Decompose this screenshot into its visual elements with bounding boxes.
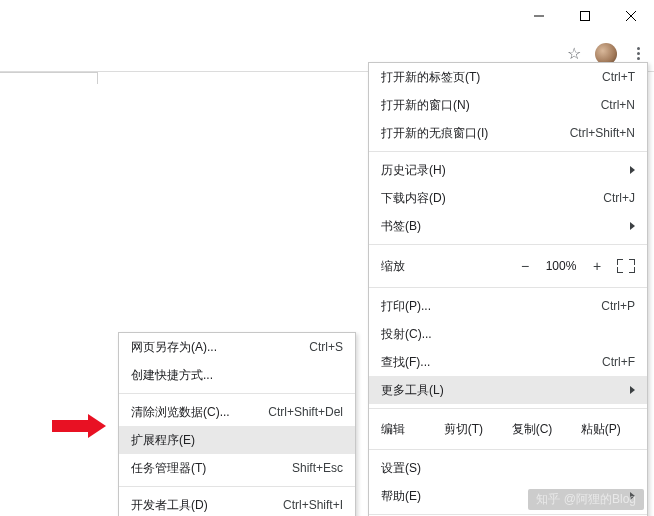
menu-label: 清除浏览数据(C)... (131, 404, 268, 421)
menu-separator (369, 287, 647, 288)
submenu-dev-tools[interactable]: 开发者工具(D) Ctrl+Shift+I (119, 491, 355, 516)
menu-new-window[interactable]: 打开新的窗口(N) Ctrl+N (369, 91, 647, 119)
menu-label: 开发者工具(D) (131, 497, 283, 514)
menu-label: 下载内容(D) (381, 190, 603, 207)
menu-shortcut: Ctrl+F (602, 355, 635, 369)
menu-edit-row: 编辑 剪切(T) 复制(C) 粘贴(P) (369, 413, 647, 445)
menu-shortcut: Ctrl+N (601, 98, 635, 112)
menu-bookmarks[interactable]: 书签(B) (369, 212, 647, 240)
close-button[interactable] (608, 0, 654, 32)
menu-settings[interactable]: 设置(S) (369, 454, 647, 482)
menu-history[interactable]: 历史记录(H) (369, 156, 647, 184)
submenu-arrow-icon (630, 386, 635, 394)
menu-more-tools[interactable]: 更多工具(L) (369, 376, 647, 404)
menu-separator (119, 393, 355, 394)
menu-cast[interactable]: 投射(C)... (369, 320, 647, 348)
zoom-out-button[interactable]: − (511, 258, 539, 274)
menu-separator (369, 408, 647, 409)
menu-label: 任务管理器(T) (131, 460, 292, 477)
annotation-arrow-icon (52, 414, 112, 438)
menu-separator (119, 486, 355, 487)
menu-separator (369, 244, 647, 245)
submenu-arrow-icon (630, 222, 635, 230)
menu-new-tab[interactable]: 打开新的标签页(T) Ctrl+T (369, 63, 647, 91)
menu-new-incognito[interactable]: 打开新的无痕窗口(I) Ctrl+Shift+N (369, 119, 647, 147)
svg-rect-1 (581, 12, 590, 21)
bookmark-star-icon[interactable]: ☆ (567, 44, 581, 63)
menu-label: 历史记录(H) (381, 162, 624, 179)
submenu-clear-data[interactable]: 清除浏览数据(C)... Ctrl+Shift+Del (119, 398, 355, 426)
menu-separator (369, 449, 647, 450)
zoom-in-button[interactable]: + (583, 258, 611, 274)
menu-separator (369, 514, 647, 515)
menu-label: 网页另存为(A)... (131, 339, 309, 356)
fullscreen-icon[interactable] (617, 259, 635, 273)
menu-zoom: 缩放 − 100% + (369, 249, 647, 283)
menu-shortcut: Ctrl+T (602, 70, 635, 84)
menu-shortcut: Ctrl+J (603, 191, 635, 205)
menu-downloads[interactable]: 下载内容(D) Ctrl+J (369, 184, 647, 212)
menu-label: 查找(F)... (381, 354, 602, 371)
menu-label: 创建快捷方式... (131, 367, 343, 384)
menu-label: 打开新的无痕窗口(I) (381, 125, 570, 142)
edit-paste[interactable]: 粘贴(P) (566, 421, 635, 438)
menu-label: 打印(P)... (381, 298, 601, 315)
menu-label: 打开新的窗口(N) (381, 97, 601, 114)
menu-shortcut: Ctrl+P (601, 299, 635, 313)
watermark-text: 知乎 @阿狸的Blog (528, 489, 644, 510)
window-controls (516, 0, 654, 32)
menu-shortcut: Ctrl+Shift+Del (268, 405, 343, 419)
edit-label: 编辑 (381, 421, 429, 438)
maximize-button[interactable] (562, 0, 608, 32)
menu-label: 扩展程序(E) (131, 432, 343, 449)
menu-find[interactable]: 查找(F)... Ctrl+F (369, 348, 647, 376)
edit-cut[interactable]: 剪切(T) (429, 421, 498, 438)
submenu-extensions[interactable]: 扩展程序(E) (119, 426, 355, 454)
menu-print[interactable]: 打印(P)... Ctrl+P (369, 292, 647, 320)
submenu-create-shortcut[interactable]: 创建快捷方式... (119, 361, 355, 389)
submenu-arrow-icon (630, 166, 635, 174)
menu-label: 书签(B) (381, 218, 624, 235)
content-edge (0, 72, 98, 84)
menu-label: 更多工具(L) (381, 382, 624, 399)
submenu-task-manager[interactable]: 任务管理器(T) Shift+Esc (119, 454, 355, 482)
menu-separator (369, 151, 647, 152)
edit-copy[interactable]: 复制(C) (498, 421, 567, 438)
more-tools-submenu: 网页另存为(A)... Ctrl+S 创建快捷方式... 清除浏览数据(C)..… (118, 332, 356, 516)
zoom-value: 100% (539, 259, 583, 273)
menu-label: 设置(S) (381, 460, 635, 477)
menu-shortcut: Shift+Esc (292, 461, 343, 475)
minimize-button[interactable] (516, 0, 562, 32)
menu-shortcut: Ctrl+Shift+I (283, 498, 343, 512)
zoom-label: 缩放 (381, 258, 511, 275)
menu-label: 投射(C)... (381, 326, 635, 343)
menu-shortcut: Ctrl+Shift+N (570, 126, 635, 140)
menu-label: 打开新的标签页(T) (381, 69, 602, 86)
submenu-save-as[interactable]: 网页另存为(A)... Ctrl+S (119, 333, 355, 361)
main-menu: 打开新的标签页(T) Ctrl+T 打开新的窗口(N) Ctrl+N 打开新的无… (368, 62, 648, 516)
menu-shortcut: Ctrl+S (309, 340, 343, 354)
